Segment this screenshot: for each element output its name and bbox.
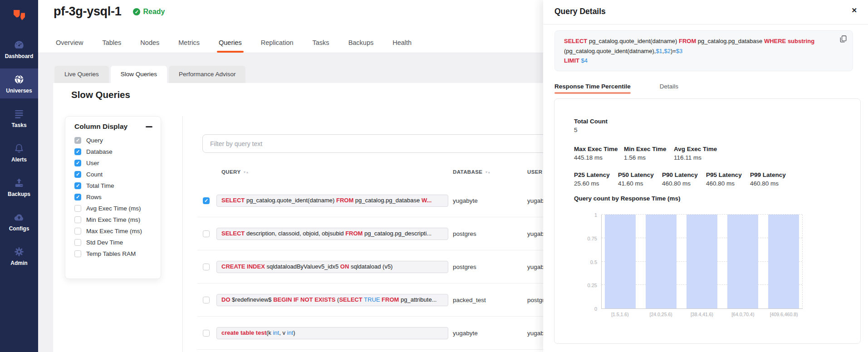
- subtab-live-queries[interactable]: Live Queries: [54, 66, 109, 83]
- checkbox[interactable]: [74, 148, 81, 155]
- tab-backups[interactable]: Backups: [348, 34, 374, 53]
- stat-value: 460.80 ms: [750, 180, 794, 187]
- column-option-std-dev-time[interactable]: Std Dev Time: [65, 237, 161, 248]
- sidebar-item-backups[interactable]: Backups: [0, 172, 38, 202]
- sidebar-item-label: Alerts: [0, 156, 38, 163]
- query-cell[interactable]: SELECT pg_catalog.quote_ident(datname) F…: [216, 195, 448, 207]
- vertical-divider: [182, 116, 183, 352]
- checkbox[interactable]: [74, 137, 81, 144]
- checkbox[interactable]: [74, 182, 81, 189]
- bars-container: [602, 215, 802, 308]
- row-checkbox[interactable]: [203, 197, 210, 204]
- stat-value: 41.60 ms: [618, 180, 662, 187]
- close-icon[interactable]: ✕: [851, 6, 857, 15]
- column-header-database[interactable]: DATABASE▼▲: [453, 169, 490, 175]
- checkbox[interactable]: [74, 205, 81, 212]
- tab-replication[interactable]: Replication: [261, 34, 294, 53]
- checkbox[interactable]: [74, 239, 81, 246]
- collapse-minus-icon[interactable]: [146, 123, 152, 130]
- sidebar-item-label: Dashboard: [0, 53, 38, 59]
- column-option-database[interactable]: Database: [65, 146, 161, 157]
- detail-tab-details[interactable]: Details: [660, 83, 678, 94]
- column-option-count[interactable]: Count: [65, 169, 161, 180]
- sidebar-item-admin[interactable]: Admin: [0, 241, 38, 271]
- x-tick-label: [409.6,460.8): [768, 312, 799, 317]
- sidebar-item-tasks[interactable]: Tasks: [0, 103, 38, 133]
- query-sql-box: SELECT pg_catalog.quote_ident(datname) F…: [554, 30, 853, 71]
- universes-icon: [0, 73, 38, 86]
- row-checkbox[interactable]: [203, 297, 210, 303]
- checkbox[interactable]: [74, 194, 81, 200]
- queries-subtabs: Live QueriesSlow QueriesPerformance Advi…: [54, 66, 245, 83]
- sort-icon[interactable]: ▼▲: [485, 171, 490, 174]
- column-header-user[interactable]: USER: [527, 169, 543, 175]
- stat-label: P95 Latency: [706, 171, 750, 178]
- column-display-panel: Column Display QueryDatabaseUserCountTot…: [65, 116, 161, 279]
- chart-bar[interactable]: [727, 215, 758, 308]
- stat-p99-latency: P99 Latency460.80 ms: [750, 171, 794, 187]
- chart-bar[interactable]: [646, 215, 677, 308]
- query-cell[interactable]: DO $redefineview$ BEGIN IF NOT EXISTS (S…: [216, 294, 448, 306]
- stat-value: 445.18 ms: [574, 154, 624, 161]
- query-filter-input[interactable]: [202, 134, 546, 153]
- query-cell[interactable]: SELECT description, classoid, objoid, ob…: [216, 228, 448, 240]
- y-tick-label: 0.25: [579, 283, 597, 288]
- x-tick-label: [24.0,25.6): [645, 312, 677, 317]
- copy-icon[interactable]: [840, 35, 847, 43]
- row-checkbox[interactable]: [203, 230, 210, 237]
- backups-icon: [0, 177, 38, 189]
- sort-icon[interactable]: ▼▲: [243, 171, 248, 174]
- checkbox[interactable]: [74, 250, 81, 257]
- column-header-query[interactable]: QUERY▼▲: [221, 169, 248, 175]
- tab-overview[interactable]: Overview: [56, 34, 83, 53]
- column-option-query[interactable]: Query: [65, 135, 161, 146]
- page-title: pf-3g-ysql-1: [54, 5, 121, 19]
- slow-queries-card: Slow Queries Column Display QueryDatabas…: [53, 83, 544, 352]
- query-cell[interactable]: create table test(k int, v int): [216, 327, 448, 339]
- database-cell: yugabyte: [453, 330, 478, 337]
- sql-line: LIMIT $4: [564, 56, 833, 66]
- database-cell: yugabyte: [453, 197, 478, 204]
- checkbox[interactable]: [74, 216, 81, 223]
- row-checkbox[interactable]: [203, 264, 210, 270]
- tab-health[interactable]: Health: [392, 34, 412, 53]
- checkbox-label: User: [86, 160, 99, 166]
- table-row: create table test(k int, v int)yugabytey…: [197, 317, 546, 350]
- detail-tab-response-time-percentile[interactable]: Response Time Percentile: [554, 83, 631, 94]
- query-cell[interactable]: CREATE INDEX sqldataloadByValuev5_idx5 O…: [216, 261, 448, 273]
- database-cell: postgres: [453, 264, 476, 270]
- column-option-min-exec-time-ms[interactable]: Min Exec Time (ms): [65, 214, 161, 225]
- tab-queries[interactable]: Queries: [219, 34, 242, 53]
- table-row: SELECT pg_catalog.quote_ident(datname) F…: [197, 184, 546, 217]
- column-option-avg-exec-time-ms[interactable]: Avg Exec Time (ms): [65, 203, 161, 214]
- column-option-max-exec-time-ms[interactable]: Max Exec Time (ms): [65, 225, 161, 237]
- sidebar-item-label: Admin: [0, 260, 38, 266]
- stat-avg-exec-time: Avg Exec Time116.11 ms: [674, 146, 724, 161]
- subtab-slow-queries[interactable]: Slow Queries: [111, 66, 167, 83]
- chart-bar[interactable]: [687, 215, 717, 308]
- subtab-performance-advisor[interactable]: Performance Advisor: [169, 66, 245, 83]
- checkbox[interactable]: [74, 171, 81, 178]
- checkbox[interactable]: [74, 228, 81, 235]
- checkbox[interactable]: [74, 160, 81, 166]
- column-option-temp-tables-ram[interactable]: Temp Tables RAM: [65, 248, 161, 259]
- chart-bar[interactable]: [605, 215, 636, 308]
- stat-value: 25.60 ms: [574, 180, 618, 187]
- tab-tasks[interactable]: Tasks: [313, 34, 329, 53]
- sidebar-item-configs[interactable]: Configs: [0, 206, 38, 236]
- tab-nodes[interactable]: Nodes: [140, 34, 159, 53]
- chart-bar[interactable]: [768, 215, 799, 308]
- tab-metrics[interactable]: Metrics: [178, 34, 200, 53]
- database-cell: packed_test: [453, 297, 486, 303]
- panel-divider: [543, 24, 868, 24]
- column-option-user[interactable]: User: [65, 157, 161, 169]
- column-option-rows[interactable]: Rows: [65, 191, 161, 203]
- column-option-total-time[interactable]: Total Time: [65, 180, 161, 191]
- row-checkbox[interactable]: [203, 330, 210, 337]
- yugabyte-logo-icon[interactable]: [9, 6, 29, 27]
- sidebar-item-universes[interactable]: Universes: [0, 68, 38, 98]
- sidebar-item-alerts[interactable]: Alerts: [0, 137, 38, 167]
- tab-tables[interactable]: Tables: [102, 34, 121, 53]
- sidebar-item-dashboard[interactable]: Dashboard: [0, 34, 38, 64]
- total-count-stat: Total Count 5: [574, 118, 608, 133]
